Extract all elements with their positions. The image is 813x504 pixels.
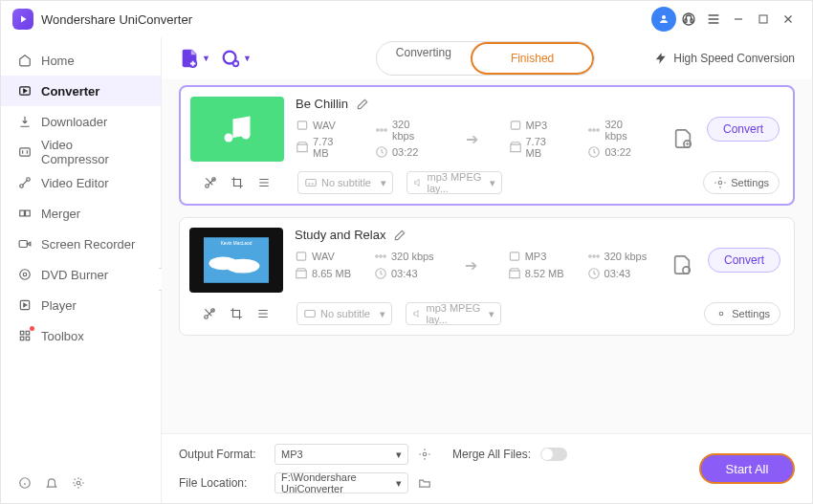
support-icon[interactable] — [676, 7, 701, 32]
sidebar-item-player[interactable]: Player — [1, 290, 161, 320]
audio-select[interactable]: mp3 MPEG lay...▾ — [406, 302, 501, 325]
bell-icon[interactable] — [45, 476, 58, 490]
svg-rect-16 — [26, 331, 30, 335]
sidebar-label: Merger — [41, 207, 80, 221]
svg-point-29 — [385, 129, 386, 131]
subtitle-select[interactable]: No subtitle▾ — [297, 302, 392, 325]
sidebar-item-recorder[interactable]: Screen Recorder — [1, 229, 161, 259]
sidebar-item-compressor[interactable]: Video Compressor — [1, 137, 161, 167]
seg-finished[interactable]: Finished — [492, 48, 573, 69]
thumbnail: Kevin MacLeod — [189, 228, 283, 293]
output-format-label: Output Format: — [179, 448, 265, 461]
src-size: 8.65 MB — [312, 268, 351, 279]
dst-duration: 03:43 — [604, 268, 631, 279]
media-card[interactable]: Be Chillin WAV 7.73 MB 320 kbps — [179, 85, 795, 206]
sidebar-item-merger[interactable]: Merger — [1, 198, 161, 229]
sidebar-label: Screen Recorder — [41, 237, 135, 252]
svg-rect-26 — [297, 121, 306, 129]
svg-point-32 — [593, 129, 595, 131]
svg-point-0 — [662, 15, 666, 19]
output-settings-icon[interactable] — [670, 126, 695, 151]
subtitle-select[interactable]: No subtitle▾ — [297, 171, 393, 194]
trim-icon[interactable] — [204, 176, 217, 189]
sidebar-item-dvd[interactable]: DVD Burner — [1, 259, 161, 290]
sidebar-label: Downloader — [41, 115, 107, 129]
open-folder-icon[interactable] — [418, 476, 431, 490]
svg-rect-18 — [26, 337, 30, 340]
notification-dot — [30, 326, 34, 331]
player-icon — [18, 298, 32, 312]
start-all-button[interactable]: Start All — [699, 453, 795, 484]
dst-duration: 03:22 — [604, 146, 631, 158]
dst-size: 8.52 MB — [525, 268, 564, 279]
src-duration: 03:43 — [391, 268, 418, 279]
card-settings-button[interactable]: Settings — [703, 171, 780, 194]
sidebar-label: Video Editor — [41, 176, 109, 190]
svg-point-27 — [381, 129, 383, 131]
file-location-select[interactable]: F:\Wondershare UniConverter▾ — [275, 472, 408, 493]
svg-rect-9 — [20, 210, 25, 216]
svg-rect-31 — [511, 121, 519, 129]
arrow-icon: ➔ — [465, 256, 477, 274]
media-card[interactable]: Kevin MacLeod Study and Relax WAV 8.65 M… — [179, 217, 795, 336]
info-icon[interactable] — [18, 476, 32, 490]
dvd-icon — [18, 268, 32, 281]
gear-icon[interactable] — [72, 476, 85, 490]
sidebar-item-converter[interactable]: Converter — [1, 76, 161, 106]
effects-icon[interactable] — [257, 176, 271, 189]
add-file-button[interactable]: ▼ — [179, 48, 210, 69]
svg-rect-10 — [26, 210, 31, 216]
minimize-button[interactable] — [726, 7, 751, 32]
svg-point-33 — [589, 129, 591, 131]
edit-icon[interactable] — [356, 98, 369, 111]
sidebar-item-downloader[interactable]: Downloader — [1, 106, 161, 137]
svg-point-43 — [226, 259, 259, 274]
sidebar-label: Video Compressor — [41, 138, 143, 166]
format-settings-icon[interactable] — [418, 448, 431, 461]
convert-button[interactable]: Convert — [708, 248, 780, 273]
dst-format: MP3 — [525, 251, 547, 262]
svg-rect-45 — [297, 252, 305, 260]
crop-icon[interactable] — [230, 307, 243, 320]
trim-icon[interactable] — [203, 307, 216, 320]
svg-rect-3 — [691, 19, 692, 22]
card-settings-button[interactable]: Settings — [704, 302, 780, 325]
effects-icon[interactable] — [256, 307, 270, 320]
user-avatar[interactable] — [651, 7, 676, 32]
dst-bitrate: 320 kbps — [604, 251, 648, 262]
close-button[interactable] — [776, 7, 801, 32]
seg-converting[interactable]: Converting — [377, 42, 471, 75]
high-speed-toggle[interactable]: High Speed Conversion — [654, 52, 795, 65]
sidebar-item-toolbox[interactable]: Toolbox — [1, 320, 161, 351]
crop-icon[interactable] — [231, 176, 244, 189]
src-format: WAV — [313, 120, 336, 131]
recorder-icon — [18, 237, 32, 251]
dst-bitrate: 320 kbps — [604, 119, 648, 142]
output-settings-icon[interactable] — [670, 252, 694, 277]
convert-button[interactable]: Convert — [707, 117, 780, 142]
src-format: WAV — [312, 251, 335, 262]
cards-list: Be Chillin WAV 7.73 MB 320 kbps — [162, 79, 812, 433]
sidebar: Home Converter Downloader Video Compress… — [1, 37, 162, 503]
compressor-icon — [18, 145, 32, 159]
svg-point-46 — [380, 255, 382, 257]
thumbnail — [190, 97, 284, 162]
status-segment: Converting Finished — [376, 41, 595, 76]
toolbar: ▼ ▼ Converting Finished High Speed Conve… — [162, 37, 812, 79]
card-title: Study and Relax — [295, 228, 385, 242]
sidebar-label: Player — [41, 298, 77, 313]
output-format-select[interactable]: MP3▾ — [275, 444, 408, 465]
svg-rect-4 — [759, 15, 767, 23]
src-size: 7.73 MB — [313, 136, 352, 159]
menu-icon[interactable] — [701, 7, 726, 32]
svg-point-25 — [242, 131, 251, 140]
sidebar-item-editor[interactable]: Video Editor — [1, 167, 161, 198]
merge-toggle[interactable] — [540, 448, 567, 461]
svg-rect-2 — [685, 19, 687, 22]
add-url-button[interactable]: ▼ — [220, 48, 252, 69]
maximize-button[interactable] — [751, 7, 776, 32]
sidebar-label: DVD Burner — [41, 268, 108, 282]
edit-icon[interactable] — [393, 229, 406, 242]
sidebar-item-home[interactable]: Home — [1, 45, 161, 76]
audio-select[interactable]: mp3 MPEG lay...▾ — [406, 171, 502, 194]
